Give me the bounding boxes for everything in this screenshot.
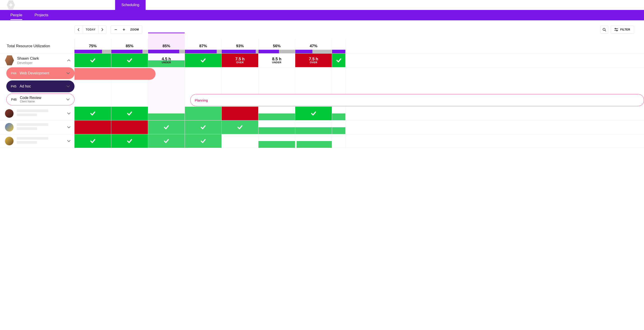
status-cell[interactable]: [148, 134, 185, 148]
status-cell[interactable]: 4.5 hUNDER: [148, 54, 185, 67]
project-cell[interactable]: [111, 80, 148, 94]
placeholder-line: [17, 113, 37, 116]
status-cell[interactable]: [111, 134, 148, 148]
project-cell[interactable]: [222, 67, 258, 80]
prev-button[interactable]: [75, 26, 83, 34]
chevron-down-icon[interactable]: [66, 98, 70, 101]
utilization-percent: 93%: [236, 44, 244, 48]
utilization-bar: [258, 50, 295, 53]
placeholder-line: [17, 127, 37, 130]
utilization-bar: [111, 50, 148, 53]
nav-people[interactable]: People: [10, 11, 22, 20]
status-cell[interactable]: [148, 120, 185, 134]
status-cell[interactable]: [185, 107, 222, 120]
project-name: Web Development: [20, 71, 49, 75]
status-cell[interactable]: [74, 120, 111, 134]
status-cell[interactable]: [111, 107, 148, 120]
project-cell[interactable]: [258, 67, 295, 80]
today-button[interactable]: TODAY: [83, 26, 98, 34]
chevron-down-icon[interactable]: [67, 126, 71, 128]
status-cell[interactable]: 8.5 hUNDER: [258, 54, 295, 67]
project-cell[interactable]: [222, 80, 258, 94]
project-cell[interactable]: [148, 80, 185, 94]
nav-projects[interactable]: Projects: [34, 11, 48, 20]
utilization-percent: 47%: [310, 44, 317, 48]
svg-point-3: [603, 28, 605, 31]
status-cell[interactable]: [185, 54, 222, 67]
status-cell[interactable]: [74, 107, 111, 120]
avatar: [5, 123, 14, 131]
avatar: [5, 137, 14, 145]
utilization-percent: 75%: [89, 44, 96, 48]
status-cell[interactable]: [111, 120, 148, 134]
chevron-down-icon[interactable]: [67, 140, 71, 142]
status-cell[interactable]: [295, 134, 332, 148]
column-header: 87%: [185, 39, 222, 53]
utilization-percent: 87%: [199, 44, 207, 48]
chevron-down-icon[interactable]: [66, 85, 70, 87]
status-cell[interactable]: [185, 134, 222, 148]
person-role: Developer: [17, 61, 39, 65]
person-row[interactable]: Shawn ClarkDeveloper: [0, 54, 74, 67]
project-code: P44: [11, 71, 16, 75]
project-cell[interactable]: [148, 94, 185, 107]
status-cell[interactable]: [222, 107, 258, 120]
project-cell[interactable]: [74, 94, 111, 107]
person-row[interactable]: [0, 134, 74, 148]
task-bar[interactable]: [74, 68, 156, 80]
status-cell[interactable]: [258, 120, 295, 134]
project-cell[interactable]: [185, 67, 222, 80]
project-cell[interactable]: [295, 80, 332, 94]
utilization-bar: [148, 50, 185, 53]
status-cell[interactable]: [332, 134, 346, 148]
status-cell[interactable]: [111, 54, 148, 67]
next-button[interactable]: [98, 26, 106, 34]
status-cell[interactable]: [295, 120, 332, 134]
project-pill[interactable]: P46Code ReviewClient Name: [6, 94, 74, 105]
project-cell[interactable]: [111, 94, 148, 107]
status-cell[interactable]: [74, 134, 111, 148]
status-cell[interactable]: [332, 107, 346, 120]
filter-button[interactable]: FILTER: [610, 26, 634, 34]
planning-bar[interactable]: Planning: [190, 94, 644, 106]
search-button[interactable]: [600, 26, 608, 34]
status-cell[interactable]: [74, 54, 111, 67]
project-cell[interactable]: [332, 80, 346, 94]
status-cell[interactable]: [258, 134, 295, 148]
status-cell[interactable]: [185, 120, 222, 134]
person-row[interactable]: [0, 120, 74, 134]
filter-label: FILTER: [620, 28, 630, 31]
status-cell[interactable]: 7.5 hOVER: [295, 54, 332, 67]
status-cell[interactable]: [258, 107, 295, 120]
project-pill[interactable]: P44Web Development: [6, 67, 74, 79]
status-cell[interactable]: [222, 120, 258, 134]
status-cell[interactable]: [332, 54, 346, 67]
column-header: 47%: [295, 39, 332, 53]
column-header: 75%: [74, 39, 111, 53]
column-header: [332, 39, 346, 53]
zoom-out-button[interactable]: [112, 26, 120, 34]
placeholder-line: [17, 123, 48, 126]
status-cell[interactable]: [332, 120, 346, 134]
project-cell[interactable]: [295, 67, 332, 80]
filter-icon: [614, 28, 618, 31]
project-cell[interactable]: [332, 67, 346, 80]
project-cell[interactable]: [258, 80, 295, 94]
project-cell[interactable]: [74, 80, 111, 94]
status-cell[interactable]: [148, 107, 185, 120]
chevron-down-icon[interactable]: [67, 112, 71, 115]
utilization-percent: 85%: [126, 44, 134, 48]
zoom-in-button[interactable]: [120, 26, 128, 34]
chevron-up-icon[interactable]: [67, 59, 71, 62]
project-cell[interactable]: [185, 80, 222, 94]
project-pill[interactable]: P45Ad hoc: [6, 80, 74, 92]
utilization-bar: [222, 50, 258, 53]
column-header: 85%: [148, 39, 185, 53]
status-cell[interactable]: [222, 134, 258, 148]
status-cell[interactable]: 7.5 hOVER: [222, 54, 258, 67]
tab-scheduling[interactable]: Scheduling: [115, 0, 146, 10]
svg-point-6: [615, 28, 616, 29]
status-cell[interactable]: [295, 107, 332, 120]
person-row[interactable]: [0, 107, 74, 120]
chevron-down-icon[interactable]: [66, 72, 70, 74]
